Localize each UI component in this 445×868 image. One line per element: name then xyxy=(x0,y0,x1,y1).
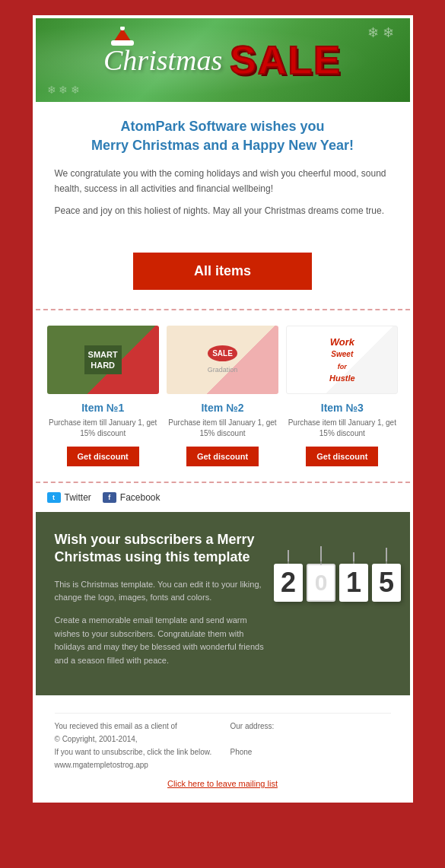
product-title-2: Item №2 xyxy=(167,402,278,414)
header-content-section: AtomPark Software wishes youMerry Christ… xyxy=(36,102,410,237)
footer-left-col: You recieved this email as a client of ©… xyxy=(55,720,215,771)
footer-line-3: If you want to unsubscribe, click the li… xyxy=(55,748,212,756)
footer-section: You recieved this email as a client of ©… xyxy=(36,695,410,800)
promo-text-column: Wish your subscribers a Merry Christmas … xyxy=(55,531,273,676)
product-title-3: Item №3 xyxy=(286,402,398,414)
products-section: SMARTHARD Item №1 Purchase item till Jan… xyxy=(36,309,410,483)
twitter-icon: t xyxy=(47,492,61,503)
banner-sale-text: SALE xyxy=(230,37,342,83)
promo-section: Wish your subscribers a Merry Christmas … xyxy=(36,512,410,695)
footer-line-1: You recieved this email as a client of xyxy=(55,722,177,730)
footer-phone-label: Phone xyxy=(230,748,253,756)
products-grid: SMARTHARD Item №1 Purchase item till Jan… xyxy=(47,326,399,466)
snowflake-decoration: ❄ ❄ xyxy=(367,24,394,41)
header-body-2: Peace and joy on this holiest of nights.… xyxy=(55,204,391,218)
facebook-icon: f xyxy=(103,492,116,503)
footer-line-2: © Copyright, 2001-2014, xyxy=(55,735,138,743)
footer-divider xyxy=(55,713,391,714)
footer-line-4: www.mgatempletostrog.app xyxy=(55,761,148,769)
product-item-1: SMARTHARD Item №1 Purchase item till Jan… xyxy=(47,326,159,466)
year-display: 2 0 1 5 xyxy=(273,531,402,603)
twitter-button[interactable]: t Twitter xyxy=(47,492,91,503)
footer-address-label: Our address: xyxy=(230,722,275,730)
santa-hat-icon xyxy=(111,27,134,46)
all-items-button[interactable]: All items xyxy=(133,253,312,290)
social-section: t Twitter f Facebook xyxy=(36,483,410,512)
footer-right-col: Our address: Phone xyxy=(230,720,391,771)
twitter-label: Twitter xyxy=(65,492,91,503)
svg-rect-1 xyxy=(111,40,134,46)
header-title: AtomPark Software wishes youMerry Christ… xyxy=(55,117,391,155)
discount-button-1[interactable]: Get discount xyxy=(67,447,139,466)
email-container: Christmas SALE ❄ ❄ ❄ ❄ ❄ AtomPark Softwa… xyxy=(33,15,413,803)
year-digit-1: 1 xyxy=(339,552,369,603)
digit-0: 0 xyxy=(307,564,335,602)
footer-columns: You recieved this email as a client of ©… xyxy=(55,720,391,771)
discount-button-3[interactable]: Get discount xyxy=(306,447,378,466)
year-digit-2: 2 xyxy=(273,550,304,603)
promo-title: Wish your subscribers a Merry Christmas … xyxy=(55,531,273,567)
year-digit-0: 0 xyxy=(306,546,336,603)
product-title-1: Item №1 xyxy=(47,402,159,414)
year-digit-5: 5 xyxy=(371,548,402,603)
header-banner: Christmas SALE ❄ ❄ ❄ ❄ ❄ xyxy=(36,18,410,102)
product-desc-3: Purchase item till January 1, get 15% di… xyxy=(286,418,398,439)
product-desc-2: Purchase item till January 1, get 15% di… xyxy=(167,418,278,439)
product-img-3-placeholder: WorkSweetforHustle xyxy=(287,326,397,393)
product-image-2: SALE Gradation xyxy=(167,326,278,394)
product-image-1: SMARTHARD xyxy=(47,326,159,394)
promo-body-2: Create a memorable email template and se… xyxy=(55,614,273,667)
digit-1: 1 xyxy=(339,564,368,602)
snowflake-decoration-2: ❄ ❄ ❄ xyxy=(47,84,81,96)
cta-section: All items xyxy=(36,237,410,309)
promo-body-1: This is Christmas template. You can edit… xyxy=(55,578,273,605)
digit-5: 5 xyxy=(372,564,401,602)
product-item-2: SALE Gradation Item №2 Purchase item til… xyxy=(167,326,278,466)
header-body-1: We congratulate you with the coming holi… xyxy=(55,167,391,196)
facebook-button[interactable]: f Facebook xyxy=(103,492,161,503)
footer-right-text: Our address: Phone xyxy=(230,720,391,758)
unsubscribe-link[interactable]: Click here to leave mailing list xyxy=(55,779,391,788)
product-desc-1: Purchase item till January 1, get 15% di… xyxy=(47,418,159,439)
product-item-3: WorkSweetforHustle Item №3 Purchase item… xyxy=(286,326,398,466)
product-img-1-placeholder: SMARTHARD xyxy=(47,326,159,394)
banner-christmas-text: Christmas xyxy=(103,44,222,76)
svg-point-2 xyxy=(120,27,125,30)
year-digits-row: 2 0 1 5 xyxy=(273,531,402,603)
product-img-2-placeholder: SALE Gradation xyxy=(167,326,278,394)
facebook-label: Facebook xyxy=(120,492,161,503)
footer-left-text: You recieved this email as a client of ©… xyxy=(55,720,215,771)
product-image-3: WorkSweetforHustle xyxy=(286,326,398,394)
promo-year-column: 2 0 1 5 xyxy=(284,531,391,603)
discount-button-2[interactable]: Get discount xyxy=(186,447,259,466)
digit-2: 2 xyxy=(274,564,303,602)
